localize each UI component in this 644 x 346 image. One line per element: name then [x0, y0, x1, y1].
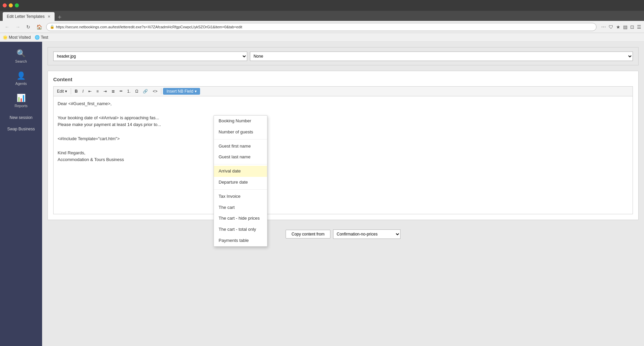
menu-item-the-cart-total-only[interactable]: The cart - total only	[214, 224, 267, 235]
menu-item-booking-number[interactable]: Booking Number	[214, 116, 267, 127]
editor-line-1: Dear <#Guest_first_name>,	[58, 100, 629, 107]
bookmarks-bar: 🌟 Most Visited 🌐 Test	[0, 33, 644, 42]
header-second-select[interactable]: None	[250, 52, 633, 61]
main-content: header.jpg None Content Edit ▾ B I ⇤ ≡ ⇥…	[42, 42, 644, 346]
menu-item-payments-table[interactable]: Payments table	[214, 235, 267, 246]
editor-line-5: Kind Regards,	[58, 150, 629, 157]
bookmark-most-visited[interactable]: 🌟 Most Visited	[3, 35, 31, 40]
menu-item-the-cart-hide-prices[interactable]: The cart - hide prices	[214, 213, 267, 224]
content-panel: Content Edit ▾ B I ⇤ ≡ ⇥ ≣ •• 1. Ω 🔗 <> …	[47, 71, 639, 220]
new-tab-btn[interactable]: ＋	[57, 13, 63, 21]
copy-content-select[interactable]: Confirmation-no-prices	[333, 229, 400, 239]
ordered-list-btn[interactable]: 1.	[125, 88, 132, 94]
back-btn[interactable]: ←	[3, 24, 11, 30]
editor-content[interactable]: Dear <#Guest_first_name>, Your booking d…	[53, 96, 633, 214]
menu-item-arrival-date[interactable]: Arrival date	[214, 166, 267, 177]
url-display: https://secure.netbookings.com.au/test/l…	[56, 25, 242, 29]
menu-item-the-cart[interactable]: The cart	[214, 202, 267, 213]
refresh-btn[interactable]: ↻	[24, 24, 32, 30]
browser-chrome	[0, 0, 644, 11]
divider-3	[214, 189, 267, 190]
align-right-btn[interactable]: ⇥	[101, 88, 109, 94]
sidebar-item-new-session[interactable]: New session	[0, 112, 42, 123]
separator-1	[71, 88, 71, 94]
window-close-btn[interactable]	[3, 3, 7, 7]
copy-content-btn[interactable]: Copy content from	[286, 230, 330, 239]
sidebar: 🔍 Search 👤 Agents 📊 Reports New session …	[0, 42, 42, 346]
reports-icon: 📊	[17, 94, 26, 102]
editor-line-4: <#Include Template="cart.htm">	[58, 135, 629, 143]
nav-bar: ← → ↻ 🏠 🔒 https://secure.netbookings.com…	[0, 21, 644, 33]
agents-icon: 👤	[17, 71, 26, 80]
link-btn[interactable]: 🔗	[141, 88, 150, 94]
editor-line-3: Please make your payment at least 14 day…	[58, 121, 629, 128]
divider-2	[214, 164, 267, 164]
pip-icon[interactable]: ⊡	[630, 24, 634, 30]
bold-btn[interactable]: B	[73, 88, 80, 94]
sidebar-item-reports[interactable]: 📊 Reports	[0, 90, 42, 112]
menu-item-departure-date[interactable]: Departure date	[214, 177, 267, 188]
app-layout: 🔍 Search 👤 Agents 📊 Reports New session …	[0, 42, 644, 346]
edit-menu-btn[interactable]: Edit ▾	[55, 88, 69, 94]
tab-bar: Edit Letter Templates ✕ ＋	[0, 11, 644, 21]
header-image-select[interactable]: header.jpg	[53, 52, 247, 61]
editor-toolbar: Edit ▾ B I ⇤ ≡ ⇥ ≣ •• 1. Ω 🔗 <> Insert N…	[53, 86, 633, 96]
menu-item-guest-last-name[interactable]: Guest last name	[214, 152, 267, 163]
align-center-btn[interactable]: ≡	[94, 88, 101, 94]
active-tab[interactable]: Edit Letter Templates ✕	[3, 12, 55, 21]
menu-item-number-of-guests[interactable]: Number of guests	[214, 127, 267, 138]
search-icon: 🔍	[17, 49, 26, 58]
insert-nb-field-btn[interactable]: Insert NB Field ▾	[163, 88, 200, 95]
editor-line-2: Your booking date of <#Arrival> is appro…	[58, 115, 629, 122]
bookmark-icon: 🌟	[3, 35, 8, 40]
window-max-btn[interactable]	[15, 3, 19, 7]
unordered-list-btn[interactable]: ••	[118, 88, 124, 94]
header-section: header.jpg None	[47, 47, 639, 65]
sidebar-item-agents[interactable]: 👤 Agents	[0, 67, 42, 90]
menu-item-tax-invoice[interactable]: Tax Invoice	[214, 191, 267, 202]
editor-line-6: Accommodation & Tours Business	[58, 156, 629, 163]
tab-title: Edit Letter Templates	[7, 14, 45, 19]
shield-icon[interactable]: 🛡	[609, 24, 613, 30]
bookmark-test[interactable]: 🌐 Test	[35, 35, 48, 40]
star-icon[interactable]: ★	[616, 24, 620, 30]
separator-2	[161, 88, 161, 94]
omega-btn[interactable]: Ω	[133, 88, 140, 94]
forward-btn[interactable]: →	[13, 24, 22, 30]
content-title: Content	[53, 76, 633, 82]
code-btn[interactable]: <>	[151, 88, 159, 94]
bottom-bar: Copy content from Confirmation-no-prices	[47, 225, 639, 243]
insert-nb-dropdown: Booking Number Number of guests Guest fi…	[214, 115, 267, 247]
bookmark-icon-2: 🌐	[35, 35, 40, 40]
menu-icon[interactable]: ☰	[637, 24, 641, 30]
window-min-btn[interactable]	[9, 3, 13, 7]
menu-item-guest-first-name[interactable]: Guest first name	[214, 141, 267, 152]
divider-1	[214, 139, 267, 139]
sidebar-item-search[interactable]: 🔍 Search	[0, 45, 42, 67]
sidebar-toggle-icon[interactable]: ▤	[623, 24, 627, 30]
browser-toolbar-icons: ⋯ 🛡 ★ ▤ ⊡ ☰	[601, 24, 641, 30]
italic-btn[interactable]: I	[80, 88, 86, 94]
sidebar-item-swap-business[interactable]: Swap Business	[0, 123, 42, 135]
copy-content-row: Copy content from Confirmation-no-prices	[53, 229, 633, 239]
align-justify-btn[interactable]: ≣	[109, 88, 117, 94]
align-left-btn[interactable]: ⇤	[86, 88, 94, 94]
tab-close-icon[interactable]: ✕	[47, 14, 51, 19]
home-btn[interactable]: 🏠	[34, 24, 44, 30]
extensions-icon[interactable]: ⋯	[601, 24, 606, 30]
address-bar[interactable]: 🔒 https://secure.netbookings.com.au/test…	[46, 23, 597, 31]
